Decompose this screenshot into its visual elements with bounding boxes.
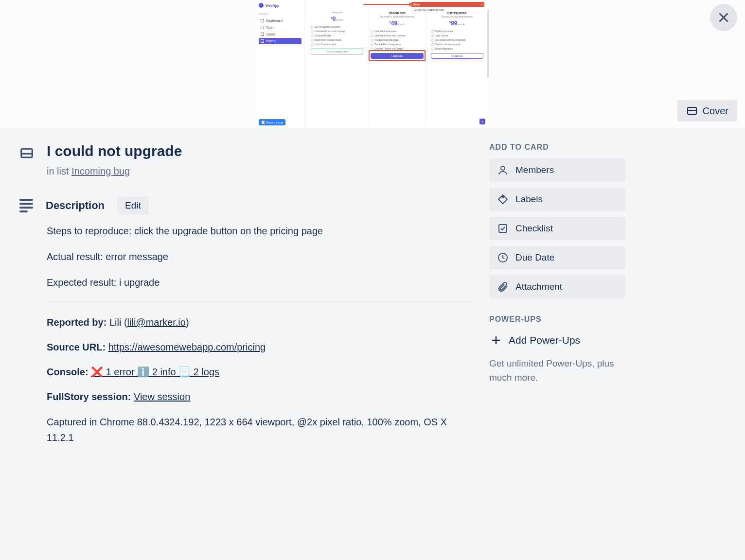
due-date-label: Due Date xyxy=(515,252,554,263)
source-url-link[interactable]: https://awesomewebapp.com/pricing xyxy=(108,342,266,352)
checklist-button[interactable]: Checklist xyxy=(489,217,625,240)
plan-free: everyone $0/month 100 responses a month … xyxy=(309,8,365,124)
report-bug: 📝 Report a bug xyxy=(259,119,285,125)
svg-point-7 xyxy=(502,196,504,198)
attachment-button[interactable]: Attachment xyxy=(489,275,625,298)
card-icon xyxy=(19,146,34,163)
steps-line: Steps to reproduce: click the upgrade bu… xyxy=(47,224,475,239)
fab-add: + xyxy=(479,119,485,124)
svg-rect-8 xyxy=(499,225,507,232)
close-button[interactable] xyxy=(710,4,737,31)
nav-todo: Todo xyxy=(259,24,302,31)
labels-button[interactable]: Labels xyxy=(489,188,625,211)
captured-info: Captured in Chrome 88.0.4324.192, 1223 x… xyxy=(47,414,475,445)
nav-pricing: Pricing xyxy=(259,38,302,44)
description-icon xyxy=(19,199,33,212)
powerups-heading: POWER-UPS xyxy=(489,315,625,324)
attachment-label: Attachment xyxy=(515,281,562,292)
labels-label: Labels xyxy=(515,194,543,205)
cover-button-label: Cover xyxy=(703,105,728,117)
expected-line: Expected result: i upgrade xyxy=(47,275,475,290)
powerups-note: Get unlimited Power-Ups, plus much more. xyxy=(489,357,625,385)
description-body[interactable]: Steps to reproduce: click the upgrade bu… xyxy=(47,224,475,445)
close-icon xyxy=(716,10,731,25)
checklist-label: Checklist xyxy=(515,223,553,234)
list-link[interactable]: Incoming bug xyxy=(71,166,130,176)
labels-icon xyxy=(497,193,509,205)
plus-icon xyxy=(490,334,502,346)
description-heading: Description xyxy=(46,199,105,212)
checklist-icon xyxy=(497,223,509,234)
reported-by: Reported by: Lili (lili@marker.io) xyxy=(47,315,475,330)
in-list: in list Incoming bug xyxy=(47,166,475,177)
divider xyxy=(47,301,475,301)
reporter-email-link[interactable]: lili@marker.io xyxy=(127,317,186,328)
add-to-card-heading: ADD TO CARD xyxy=(489,143,625,152)
due-date-button[interactable]: Due Date xyxy=(489,246,625,269)
webapp-logo: WebApp xyxy=(259,3,302,8)
add-powerups-label: Add Power-Ups xyxy=(509,334,580,346)
arrow-icon xyxy=(363,4,412,5)
cover-area: WebApp MENU Dashboard Todo Users Pricing… xyxy=(0,0,745,128)
svg-point-6 xyxy=(501,166,505,170)
clock-icon xyxy=(497,252,509,263)
members-button[interactable]: Members xyxy=(489,158,625,182)
members-icon xyxy=(497,164,509,176)
source-url: Source URL: https://awesomewebapp.com/pr… xyxy=(47,340,475,355)
members-label: Members xyxy=(515,165,554,175)
console-link[interactable]: ❌ 1 error ℹ️ 2 info 📃 2 logs xyxy=(91,367,219,377)
add-powerups-button[interactable]: Add Power-Ups xyxy=(489,331,625,350)
highlight-box xyxy=(369,50,425,61)
fullstory-link[interactable]: View session xyxy=(134,391,190,402)
actual-line: Actual result: error message xyxy=(47,249,475,264)
edit-button[interactable]: Edit xyxy=(117,196,149,215)
cover-button[interactable]: Cover xyxy=(677,100,737,122)
console-line: Console: ❌ 1 error ℹ️ 2 info 📃 2 logs xyxy=(47,365,475,380)
fullstory-line: FullStory session: View session xyxy=(47,389,475,404)
attachment-icon xyxy=(497,281,509,293)
plan-standard: Standard For small to medium businesses … xyxy=(368,8,426,124)
card-title[interactable]: I could not upgrade xyxy=(47,143,182,159)
cover-image: WebApp MENU Dashboard Todo Users Pricing… xyxy=(256,0,489,128)
cover-icon xyxy=(686,105,698,117)
nav-users: Users xyxy=(259,31,302,37)
nav-dashboard: Dashboard xyxy=(259,18,302,24)
menu-label: MENU xyxy=(259,13,302,16)
scrollbar xyxy=(487,10,489,78)
plan-enterprise: Enterprise Solution for big organization… xyxy=(429,8,485,124)
